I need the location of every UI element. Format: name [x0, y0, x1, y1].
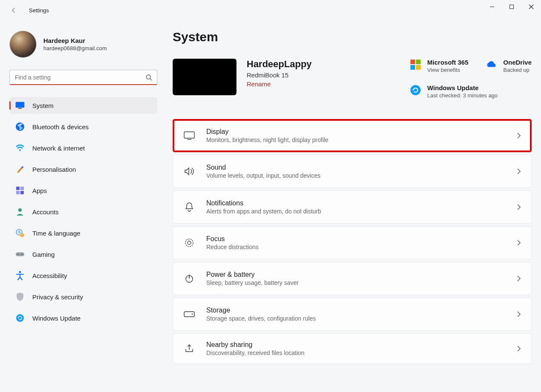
card-title: Display [206, 128, 328, 136]
card-storage[interactable]: Storage Storage space, drives, configura… [173, 298, 532, 331]
svg-point-29 [188, 241, 191, 244]
device-model: RedmiBook 15 [247, 71, 312, 79]
maximize-button[interactable] [502, 0, 521, 14]
user-email: hardeep0688@gmail.com [43, 45, 107, 51]
search-input[interactable] [9, 70, 157, 85]
user-name: Hardeep Kaur [43, 37, 107, 44]
close-icon [529, 4, 534, 9]
card-title: Sound [206, 164, 321, 171]
card-notifications[interactable]: Notifications Alerts from apps and syste… [173, 190, 532, 224]
sidebar-item-label: Apps [32, 187, 47, 194]
update-title: Windows Update [427, 84, 498, 91]
display-icon [183, 130, 195, 142]
svg-point-2 [146, 75, 151, 79]
sidebar-item-label: Accounts [32, 208, 59, 216]
sidebar-item-label: Windows Update [32, 315, 80, 322]
card-desc: Reduce distractions [206, 244, 259, 250]
back-button[interactable] [9, 5, 19, 15]
close-button[interactable] [521, 0, 541, 14]
power-icon [183, 273, 195, 284]
update-icon [410, 84, 421, 96]
card-title: Focus [206, 235, 259, 243]
update-sub: Last checked: 3 minutes ago [427, 92, 498, 99]
focus-icon [183, 237, 195, 249]
card-display[interactable]: Display Monitors, brightness, night ligh… [173, 119, 532, 152]
svg-rect-1 [510, 5, 514, 9]
microsoft-365-card[interactable]: Microsoft 365 View benefits [410, 59, 469, 73]
svg-rect-21 [410, 60, 415, 64]
sidebar-item-personalisation[interactable]: Personalisation [9, 161, 157, 178]
svg-rect-11 [16, 191, 20, 194]
chevron-right-icon [517, 204, 521, 210]
svg-point-13 [18, 208, 22, 212]
sidebar-item-apps[interactable]: Apps [9, 182, 157, 199]
svg-rect-4 [16, 102, 24, 108]
card-sound[interactable]: Sound Volume levels, output, input, soun… [173, 155, 532, 188]
chevron-right-icon [517, 346, 521, 352]
sidebar-item-gaming[interactable]: Gaming [9, 246, 157, 263]
card-title: Notifications [206, 199, 321, 207]
card-title: Power & battery [206, 271, 299, 278]
card-title: Storage [206, 307, 316, 314]
avatar [9, 31, 37, 58]
apps-icon [15, 186, 25, 195]
sidebar-item-accounts[interactable]: Accounts [9, 203, 157, 220]
sidebar-item-accessibility[interactable]: Accessibility [9, 267, 157, 284]
maximize-icon [509, 4, 514, 9]
svg-point-18 [21, 254, 22, 255]
sidebar-item-label: Accessibility [32, 272, 67, 279]
m365-title: Microsoft 365 [427, 59, 469, 66]
sidebar-item-network[interactable]: Network & internet [9, 139, 157, 156]
microsoft-icon [410, 59, 421, 71]
rename-link[interactable]: Rename [247, 80, 271, 88]
card-desc: Alerts from apps and system, do not dist… [206, 208, 321, 215]
device-name: HardeepLappy [247, 59, 312, 70]
svg-rect-10 [20, 187, 24, 190]
bluetooth-icon [15, 122, 25, 131]
clock-globe-icon [15, 228, 25, 238]
svg-point-19 [19, 271, 21, 273]
svg-point-20 [16, 314, 24, 322]
onedrive-title: OneDrive [503, 59, 532, 66]
sidebar-item-label: Network & internet [32, 145, 85, 152]
svg-point-17 [17, 254, 18, 255]
windows-update-card[interactable]: Windows Update Last checked: 3 minutes a… [410, 84, 532, 99]
update-icon [15, 313, 25, 323]
svg-point-25 [410, 85, 421, 95]
card-power-battery[interactable]: Power & battery Sleep, battery usage, ba… [173, 262, 532, 295]
svg-rect-16 [16, 252, 24, 256]
sidebar-item-system[interactable]: System [9, 97, 157, 114]
shield-icon [15, 292, 25, 301]
chevron-right-icon [517, 240, 521, 246]
cloud-icon [485, 59, 497, 71]
card-desc: Discoverability, received files location [206, 349, 305, 356]
storage-icon [183, 308, 195, 320]
sidebar-item-bluetooth[interactable]: Bluetooth & devices [9, 118, 157, 135]
sidebar-item-label: Gaming [32, 251, 55, 258]
onedrive-card[interactable]: OneDrive Backed up [485, 59, 532, 73]
card-focus[interactable]: Focus Reduce distractions [173, 226, 532, 259]
chevron-right-icon [517, 311, 521, 317]
card-nearby-sharing[interactable]: Nearby sharing Discoverability, received… [173, 333, 532, 364]
paintbrush-icon [15, 165, 25, 174]
minimize-icon [490, 4, 495, 9]
svg-rect-24 [416, 65, 421, 70]
onedrive-sub: Backed up [503, 67, 532, 73]
sidebar-item-privacy[interactable]: Privacy & security [9, 288, 157, 305]
sidebar-item-label: Personalisation [32, 166, 76, 173]
sidebar-item-label: Time & language [32, 230, 80, 237]
share-icon [183, 343, 195, 355]
sidebar-item-windows-update[interactable]: Windows Update [9, 310, 157, 327]
bell-icon [183, 201, 195, 213]
card-desc: Storage space, drives, configuration rul… [206, 315, 316, 322]
svg-rect-22 [416, 60, 421, 64]
svg-rect-9 [16, 187, 20, 190]
svg-rect-26 [184, 132, 194, 138]
sidebar-item-time-language[interactable]: Time & language [9, 224, 157, 241]
svg-rect-12 [20, 191, 24, 194]
profile-block[interactable]: Hardeep Kaur hardeep0688@gmail.com [9, 31, 157, 58]
svg-point-28 [185, 239, 193, 247]
svg-point-7 [19, 149, 21, 151]
system-icon [15, 101, 25, 110]
minimize-button[interactable] [482, 0, 502, 14]
